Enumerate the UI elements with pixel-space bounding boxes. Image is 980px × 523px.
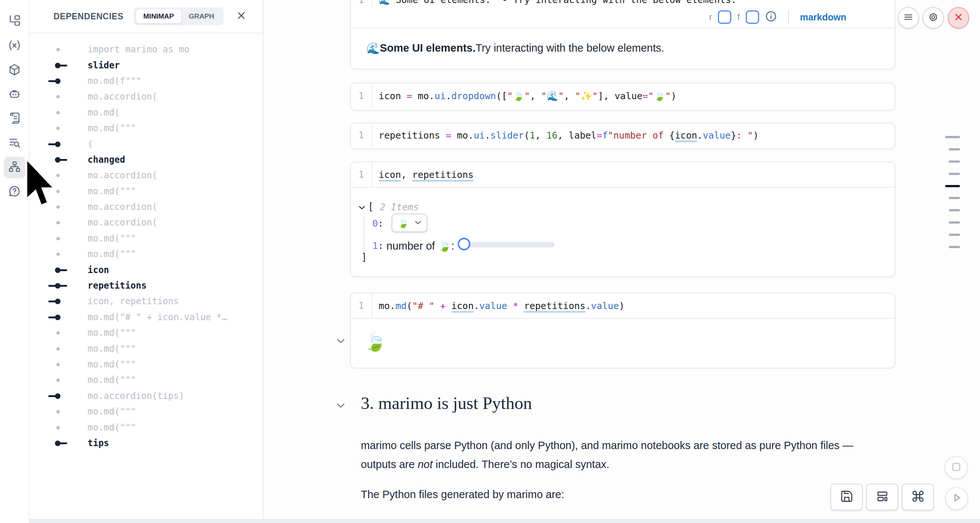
minimap-item[interactable]: mo.accordion(tips)	[29, 388, 263, 404]
minimap-item[interactable]: mo.accordion(	[29, 167, 263, 183]
code-token: value	[479, 300, 507, 311]
packages-button[interactable]	[4, 60, 25, 81]
minimap-item[interactable]: mo.accordion(	[29, 89, 263, 104]
minimap-item-label: mo.accordion(	[88, 91, 158, 102]
minimap-item-label: changed	[88, 155, 125, 165]
scrubber-line[interactable]	[949, 222, 960, 223]
code-token: (	[406, 300, 412, 311]
italic-text: not	[418, 458, 433, 470]
output-collapse-chevron[interactable]	[336, 338, 346, 346]
help-button[interactable]	[4, 181, 25, 203]
code-editor[interactable]: 1 🌊 Some UI elements. - Try interacting …	[351, 0, 895, 7]
minimap-item[interactable]: mo.md("""	[29, 357, 263, 372]
scrubber-line[interactable]	[949, 161, 960, 163]
code-token: +	[440, 300, 446, 311]
dot-marker	[50, 46, 67, 53]
code-token: icon	[379, 91, 401, 101]
variables-button[interactable]	[4, 35, 25, 57]
tree-collapse-chevron[interactable]	[358, 205, 366, 212]
dot-marker	[50, 251, 67, 257]
reactive-checkbox[interactable]	[718, 10, 731, 24]
line-number: 1	[351, 0, 372, 7]
minimap-item[interactable]: mo.accordion(	[29, 199, 263, 215]
scrubber-line[interactable]	[949, 246, 960, 248]
minimap-item[interactable]: mo.md("""	[29, 183, 263, 199]
scrubber-line[interactable]	[949, 209, 960, 211]
minimap-item[interactable]: mo.md("""	[29, 120, 263, 136]
slider-track[interactable]	[463, 242, 555, 247]
use-marker	[50, 393, 67, 399]
panel-close-button[interactable]	[235, 10, 248, 23]
code-token: slider	[490, 130, 524, 141]
notebook-area: 1 🌊 Some UI elements. - Try interacting …	[264, 0, 980, 523]
code-token: }	[730, 130, 736, 141]
minimap-item[interactable]: import marimo as mo	[29, 41, 263, 57]
code-editor[interactable]: 1 mo.md("# " + icon.value * repetitions.…	[351, 293, 895, 319]
minimap-item[interactable]: mo.md("""	[29, 341, 263, 356]
scrubber-line[interactable]	[949, 148, 960, 150]
minimap-item[interactable]: slider	[29, 57, 263, 73]
code-token: mo.	[379, 300, 395, 311]
minimap-item[interactable]: mo.md("""	[29, 325, 263, 341]
minimap-item[interactable]: tips	[29, 435, 263, 451]
minimap-item-label: mo.md("""	[88, 407, 136, 417]
tab-graph[interactable]: GRAPH	[181, 9, 222, 23]
app-layout-button[interactable]	[866, 484, 898, 510]
dot-marker	[50, 110, 67, 115]
ai-assistant-button[interactable]	[4, 84, 25, 105]
code-token: .	[585, 300, 591, 311]
minimap-item-label: icon, repetitions	[88, 296, 179, 306]
dependencies-button[interactable]	[4, 157, 25, 178]
shortcuts-button[interactable]	[902, 484, 934, 510]
code-token: 16	[546, 130, 558, 141]
code-token: repetitions	[524, 300, 585, 313]
code-editor[interactable]: 1 icon, repetitions	[351, 162, 895, 188]
code-token: f	[602, 130, 608, 141]
minimap-item[interactable]: mo.md("""	[29, 372, 263, 388]
code-token: {	[669, 130, 675, 141]
minimap-item[interactable]: repetitions	[29, 278, 263, 293]
format-checkbox[interactable]	[746, 10, 759, 24]
save-button[interactable]	[830, 484, 863, 510]
minimap-item[interactable]: mo.md("""	[29, 246, 263, 262]
minimap-item[interactable]: icon, repetitions	[29, 293, 263, 309]
tab-minimap[interactable]: MINIMAP	[136, 9, 181, 23]
code-token: =	[446, 130, 452, 141]
code-editor[interactable]: 1 icon = mo.ui.dropdown(["🍃", "🌊", "✨"],…	[351, 83, 895, 108]
minimap-item[interactable]: mo.accordion(	[29, 215, 263, 230]
scrubber-line[interactable]	[949, 173, 960, 175]
command-icon	[911, 490, 925, 504]
code-editor[interactable]: 1 repetitions = mo.ui.slider(1, 16, labe…	[351, 123, 895, 147]
notebook-menu-button[interactable]	[897, 7, 919, 29]
dropdown-widget[interactable]: 🍃	[391, 214, 427, 232]
file-explorer-button[interactable]	[4, 11, 25, 32]
settings-button[interactable]	[923, 7, 944, 29]
section-collapse-chevron[interactable]	[336, 403, 346, 410]
slider-knob[interactable]	[458, 238, 470, 250]
scrubber-line[interactable]	[945, 136, 960, 138]
minimap-item[interactable]: mo.md("# " + icon.value *…	[29, 309, 263, 325]
minimap-item-label: mo.md("""	[88, 359, 136, 370]
logs-search-button[interactable]	[4, 132, 25, 154]
tree-indent-guide	[364, 216, 364, 254]
minimap-item[interactable]: mo.md("""	[29, 231, 263, 246]
minimap-item[interactable]: mo.md("""	[29, 419, 263, 435]
code-token: =	[406, 91, 412, 101]
scrubber-line[interactable]	[949, 197, 960, 199]
scrubber-line[interactable]	[949, 234, 960, 236]
code-token	[412, 91, 418, 101]
minimap-item[interactable]: (	[29, 136, 263, 151]
minimap-item[interactable]: mo.md("""	[29, 404, 263, 419]
minimap-item[interactable]: mo.md(f"""	[29, 73, 263, 89]
scrubber-line[interactable]	[945, 185, 960, 187]
minimap-item[interactable]: mo.md(	[29, 105, 263, 120]
minimap-item[interactable]: changed	[29, 152, 263, 167]
code-token	[435, 300, 440, 311]
code-token: (	[524, 130, 529, 141]
snippets-button[interactable]	[4, 108, 25, 130]
minimap-item[interactable]: icon	[29, 262, 263, 277]
markdown-mode-badge[interactable]: markdown	[800, 12, 846, 23]
info-icon[interactable]	[765, 10, 777, 24]
code-token: ,	[530, 91, 541, 101]
toolbar-divider	[788, 10, 789, 24]
